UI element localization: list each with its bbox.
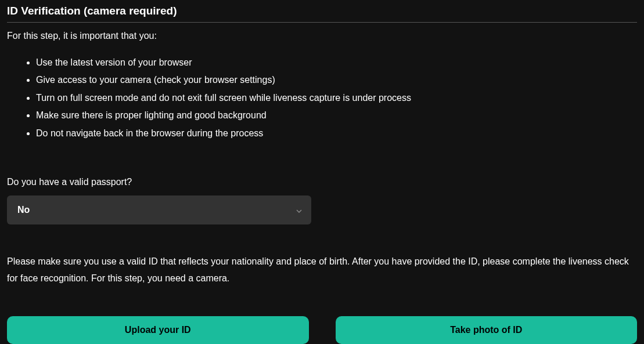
passport-select-value: No — [17, 205, 30, 215]
take-photo-button[interactable]: Take photo of ID — [336, 316, 638, 344]
intro-text: For this step, it is important that you: — [7, 31, 637, 41]
button-row: Upload your ID Take photo of ID — [7, 316, 637, 344]
page-title: ID Verification (camera required) — [7, 5, 637, 23]
passport-select-wrapper: No — [7, 195, 311, 224]
instruction-item: Do not navigate back in the browser duri… — [36, 125, 637, 142]
info-paragraph: Please make sure you use a valid ID that… — [7, 254, 637, 287]
instruction-item: Give access to your camera (check your b… — [36, 71, 637, 89]
passport-question-label: Do you have a valid passport? — [7, 177, 637, 187]
instructions-list: Use the latest version of your browser G… — [7, 54, 637, 142]
instruction-item: Make sure there is proper lighting and g… — [36, 107, 637, 124]
instruction-item: Turn on full screen mode and do not exit… — [36, 89, 637, 107]
passport-select[interactable]: No — [7, 195, 311, 224]
instruction-item: Use the latest version of your browser — [36, 54, 637, 71]
upload-id-button[interactable]: Upload your ID — [7, 316, 309, 344]
